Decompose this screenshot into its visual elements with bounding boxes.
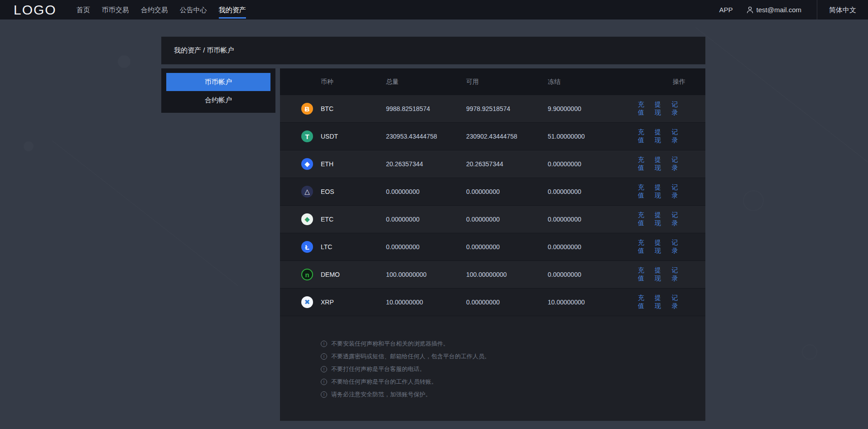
actions-cell: 充值提现记录 — [638, 128, 705, 145]
usdt-icon: T — [301, 130, 313, 142]
withdraw-link[interactable]: 提现 — [655, 239, 665, 255]
records-link[interactable]: 记录 — [672, 294, 683, 310]
withdraw-link[interactable]: 提现 — [655, 211, 665, 227]
coin-cell: ◆ETC — [280, 213, 386, 225]
notice-icon: ! — [321, 391, 327, 398]
records-link[interactable]: 记录 — [672, 183, 683, 200]
xrp-icon: ✖ — [301, 296, 313, 308]
app-link[interactable]: APP — [719, 6, 733, 14]
page: LOGO 首页币币交易合约交易公告中心我的资产 APP test@mail.co… — [0, 0, 868, 429]
warning-text: 请务必注意安全防范，加强账号保护。 — [331, 390, 431, 399]
table-body: ɃBTC9988.825185749978.925185749.90000000… — [280, 95, 705, 316]
column-header: 操作 — [638, 78, 705, 86]
eos-icon: △ — [301, 186, 313, 198]
deposit-link[interactable]: 充值 — [638, 239, 649, 255]
frozen-value: 9.90000000 — [548, 105, 638, 112]
withdraw-link[interactable]: 提现 — [655, 183, 665, 200]
available-value: 100.00000000 — [466, 271, 548, 278]
coin-symbol: EOS — [321, 188, 334, 195]
warning-item: !不要给任何声称是平台的工作人员转账。 — [321, 378, 696, 386]
records-link[interactable]: 记录 — [672, 101, 683, 117]
background-ring — [802, 344, 817, 360]
column-header: 可用 — [466, 78, 548, 86]
withdraw-link[interactable]: 提现 — [655, 128, 665, 145]
user-icon — [747, 6, 753, 14]
table-row: nDEMO100.00000000100.000000000.00000000充… — [280, 261, 705, 289]
coin-symbol: BTC — [321, 105, 333, 112]
nav-item-home[interactable]: 首页 — [77, 0, 90, 19]
background-line — [52, 140, 238, 286]
coin-cell: ✖XRP — [280, 296, 386, 308]
nav-item-my-assets[interactable]: 我的资产 — [219, 0, 246, 19]
assets-panel: 币种总量可用冻结操作 ɃBTC9988.825185749978.9251857… — [280, 68, 705, 421]
records-link[interactable]: 记录 — [672, 211, 683, 227]
notice-icon: ! — [321, 353, 327, 360]
sidebar-item-contract-account[interactable]: 合约帐户 — [166, 91, 270, 109]
deposit-link[interactable]: 充值 — [638, 294, 649, 310]
withdraw-link[interactable]: 提现 — [655, 266, 665, 283]
deposit-link[interactable]: 充值 — [638, 128, 649, 145]
records-link[interactable]: 记录 — [672, 156, 683, 172]
user-account[interactable]: test@mail.com — [747, 6, 801, 14]
sidebar-item-spot-account[interactable]: 币币帐户 — [166, 73, 270, 91]
coin-cell: △EOS — [280, 186, 386, 198]
available-value: 230902.43444758 — [466, 133, 548, 140]
warning-item: !不要透露密码或短信、邮箱给任何人，包含平台的工作人员。 — [321, 352, 696, 361]
warning-item: !不要打任何声称是平台客服的电话。 — [321, 365, 696, 373]
deposit-link[interactable]: 充值 — [638, 156, 649, 172]
coin-symbol: DEMO — [321, 271, 340, 278]
nav-item-announcements[interactable]: 公告中心 — [180, 0, 207, 19]
coin-symbol: ETH — [321, 160, 333, 168]
warning-text: 不要安装任何声称和平台相关的浏览器插件。 — [331, 340, 449, 348]
language-selector[interactable]: 简体中文 — [817, 0, 868, 19]
withdraw-link[interactable]: 提现 — [655, 156, 665, 172]
column-header: 总量 — [386, 78, 466, 86]
deposit-link[interactable]: 充值 — [638, 266, 649, 283]
warning-item: !请务必注意安全防范，加强账号保护。 — [321, 390, 696, 399]
total-value: 0.00000000 — [386, 188, 466, 195]
table-row: ◆ETH20.2635734420.263573440.00000000充值提现… — [280, 150, 705, 178]
coin-symbol: ETC — [321, 216, 333, 223]
frozen-value: 0.00000000 — [548, 271, 638, 278]
warning-item: !不要安装任何声称和平台相关的浏览器插件。 — [321, 340, 696, 348]
notice-icon: ! — [321, 341, 327, 347]
records-link[interactable]: 记录 — [672, 128, 683, 145]
frozen-value: 0.00000000 — [548, 188, 638, 195]
nav-item-contract-trade[interactable]: 合约交易 — [141, 0, 168, 19]
warning-text: 不要打任何声称是平台客服的电话。 — [331, 365, 425, 373]
coin-cell: nDEMO — [280, 269, 386, 280]
background-dot — [24, 141, 34, 151]
frozen-value: 0.00000000 — [548, 243, 638, 251]
deposit-link[interactable]: 充值 — [638, 183, 649, 200]
warning-text: 不要给任何声称是平台的工作人员转账。 — [331, 378, 437, 386]
withdraw-link[interactable]: 提现 — [655, 101, 665, 117]
total-value: 20.26357344 — [386, 160, 466, 168]
records-link[interactable]: 记录 — [672, 239, 683, 255]
deposit-link[interactable]: 充值 — [638, 101, 649, 117]
records-link[interactable]: 记录 — [672, 266, 683, 283]
notice-icon: ! — [321, 379, 327, 385]
actions-cell: 充值提现记录 — [638, 294, 705, 310]
breadcrumb: 我的资产 / 币币帐户 — [174, 46, 234, 55]
column-header: 币种 — [280, 78, 386, 86]
available-value: 0.00000000 — [466, 299, 548, 306]
withdraw-link[interactable]: 提现 — [655, 294, 665, 310]
table-header: 币种总量可用冻结操作 — [280, 68, 705, 95]
available-value: 0.00000000 — [466, 216, 548, 223]
main-nav: 首页币币交易合约交易公告中心我的资产 — [77, 0, 258, 19]
ltc-icon: Ł — [301, 241, 313, 253]
table-row: ɃBTC9988.825185749978.925185749.90000000… — [280, 95, 705, 123]
total-value: 0.00000000 — [386, 216, 466, 223]
background-dot — [118, 55, 130, 68]
table-row: △EOS0.000000000.000000000.00000000充值提现记录 — [280, 178, 705, 206]
actions-cell: 充值提现记录 — [638, 211, 705, 227]
security-warnings: !不要安装任何声称和平台相关的浏览器插件。!不要透露密码或短信、邮箱给任何人，包… — [280, 316, 705, 399]
actions-cell: 充值提现记录 — [638, 239, 705, 255]
deposit-link[interactable]: 充值 — [638, 211, 649, 227]
coin-symbol: USDT — [321, 133, 338, 140]
coin-symbol: LTC — [321, 243, 332, 251]
warning-text: 不要透露密码或短信、邮箱给任何人，包含平台的工作人员。 — [331, 352, 490, 361]
available-value: 0.00000000 — [466, 188, 548, 195]
coin-cell: TUSDT — [280, 130, 386, 142]
nav-item-spot-trade[interactable]: 币币交易 — [102, 0, 129, 19]
